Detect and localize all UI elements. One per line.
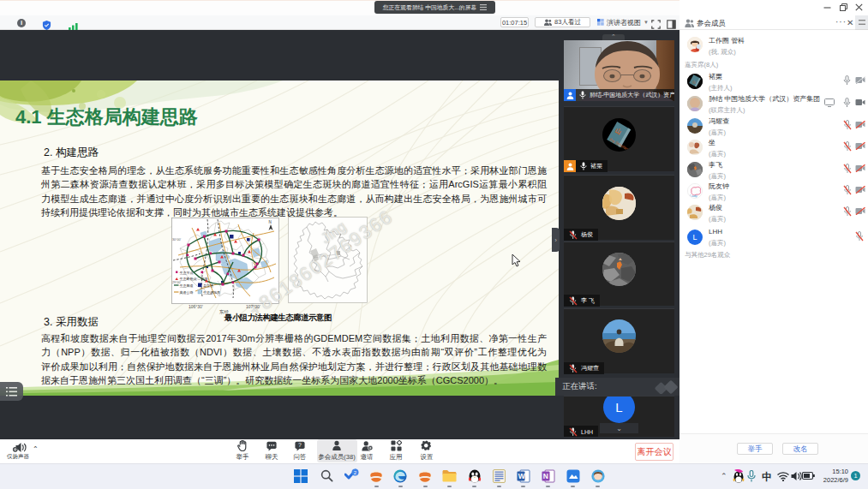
- svg-text:?: ?: [298, 442, 302, 448]
- svg-text:29°00': 29°00': [172, 281, 181, 284]
- svg-text:生态廊道: 生态廊道: [180, 283, 194, 288]
- svg-text:生态节点: 生态节点: [180, 271, 194, 275]
- svg-text:生态断裂点 —铁路: 生态断裂点 —铁路: [180, 277, 208, 281]
- svg-text:高速公路: 高速公路: [180, 290, 194, 295]
- svg-text:生态源地表: 生态源地表: [203, 290, 220, 295]
- svg-text:山: 山: [692, 80, 696, 84]
- svg-text:30°00': 30°00': [172, 238, 181, 242]
- svg-text:N: N: [269, 220, 272, 224]
- svg-text:县交通: 县交通: [203, 283, 213, 288]
- svg-text:N: N: [543, 472, 548, 480]
- svg-text:Lady: Lady: [690, 194, 697, 198]
- svg-text:W: W: [518, 472, 526, 480]
